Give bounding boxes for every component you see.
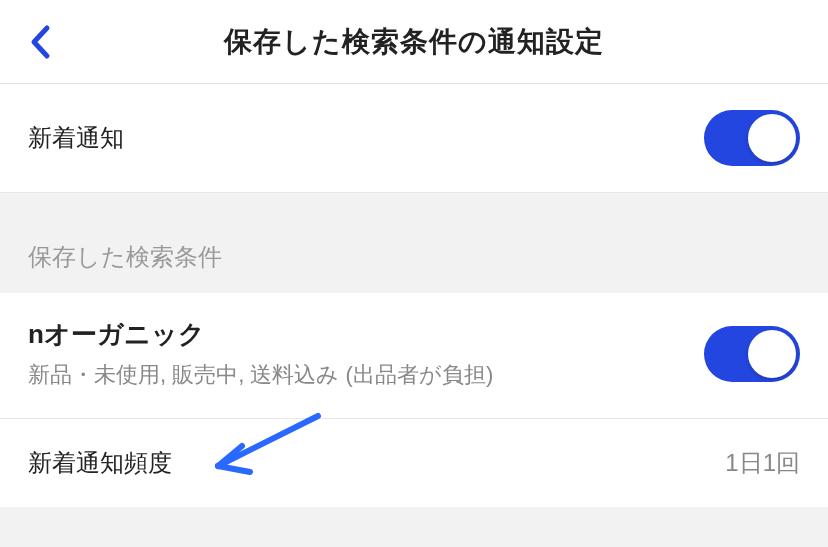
toggle-knob (748, 114, 796, 162)
frequency-label: 新着通知頻度 (28, 447, 172, 479)
new-notification-toggle[interactable] (704, 110, 800, 166)
saved-search-subtitle: 新品・未使用, 販売中, 送料込み (出品者が負担) (28, 360, 493, 390)
new-notification-label: 新着通知 (28, 122, 124, 154)
saved-search-section-header: 保存した検索条件 (0, 193, 828, 293)
saved-search-title: nオーガニック (28, 317, 493, 352)
page-title: 保存した検索条件の通知設定 (20, 23, 808, 61)
saved-search-text: nオーガニック 新品・未使用, 販売中, 送料込み (出品者が負担) (28, 317, 493, 390)
page-header: 保存した検索条件の通知設定 (0, 0, 828, 84)
toggle-knob (748, 330, 796, 378)
chevron-left-icon (29, 24, 51, 60)
frequency-value: 1日1回 (725, 447, 800, 479)
saved-search-row: nオーガニック 新品・未使用, 販売中, 送料込み (出品者が負担) (0, 293, 828, 419)
saved-search-toggle[interactable] (704, 326, 800, 382)
back-button[interactable] (20, 22, 60, 62)
new-notification-row: 新着通知 (0, 84, 828, 193)
frequency-row[interactable]: 新着通知頻度 1日1回 (0, 419, 828, 507)
